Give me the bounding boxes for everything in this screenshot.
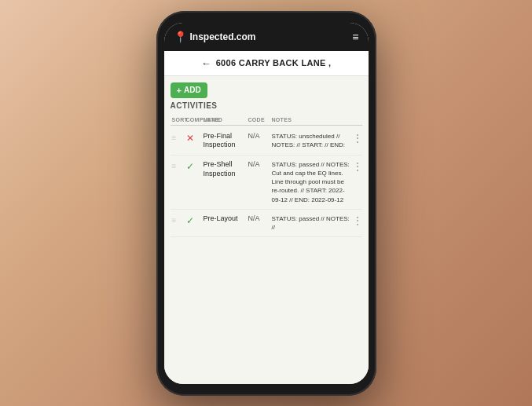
back-arrow-icon[interactable]: ← [201,57,211,69]
address-text: 6006 CARRY BACK LANE , [216,58,332,68]
row2-code: N/A [248,160,270,168]
add-label: ADD [184,86,201,94]
row2-name: Pre-Shell Inspection [204,160,247,178]
col-sort: Sort [172,117,185,123]
row3-code: N/A [248,214,270,222]
row3-more-icon[interactable]: ⋮ [353,214,361,226]
table-row: ≡ ✓ Pre-Layout N/A STATUS: passed // NOT… [171,210,362,237]
drag-handle-icon[interactable]: ≡ [172,160,185,170]
phone-frame: 📍 Inspected.com ≡ ← 6006 CARRY BACK LANE… [156,11,376,396]
row3-notes: STATUS: passed // NOTES: // [272,214,351,232]
row1-more-icon[interactable]: ⋮ [353,132,361,144]
content-area: + ADD ACTIVITIES Sort Completed Name Cod… [164,76,369,384]
section-title: ACTIVITIES [171,101,362,110]
row1-code: N/A [248,132,270,140]
col-notes: Notes [272,117,351,123]
drag-handle-icon[interactable]: ≡ [172,132,185,142]
table-row: ≡ ✕ Pre-Final Inspection N/A STATUS: uns… [171,127,362,155]
logo-pin-icon: 📍 [174,31,187,43]
add-plus-icon: + [177,86,182,95]
status-check-icon: ✓ [186,214,202,226]
col-code: Code [248,117,270,123]
col-name: Name [204,117,247,123]
col-completed: Completed [186,117,202,123]
logo-area: 📍 Inspected.com [174,31,256,43]
phone-screen: 📍 Inspected.com ≡ ← 6006 CARRY BACK LANE… [164,23,369,384]
drag-handle-icon[interactable]: ≡ [172,214,185,225]
row1-notes: STATUS: unscheduled // NOTES: // START: … [272,132,351,149]
row2-notes: STATUS: passed // NOTES: Cut and cap the… [272,160,351,204]
row1-name: Pre-Final Inspection [204,132,247,150]
status-check-icon: ✓ [186,160,202,172]
row3-name: Pre-Layout [204,214,247,224]
top-nav-bar: 📍 Inspected.com ≡ [164,23,369,51]
status-x-icon: ✕ [186,132,202,144]
table-header: Sort Completed Name Code Notes [171,115,362,126]
app-name: Inspected.com [190,31,256,42]
add-button[interactable]: + ADD [171,82,207,98]
address-bar: ← 6006 CARRY BACK LANE , [164,51,369,76]
table-row: ≡ ✓ Pre-Shell Inspection N/A STATUS: pas… [171,155,362,210]
row2-more-icon[interactable]: ⋮ [353,160,361,172]
col-actions [353,117,361,123]
menu-icon[interactable]: ≡ [352,31,358,43]
